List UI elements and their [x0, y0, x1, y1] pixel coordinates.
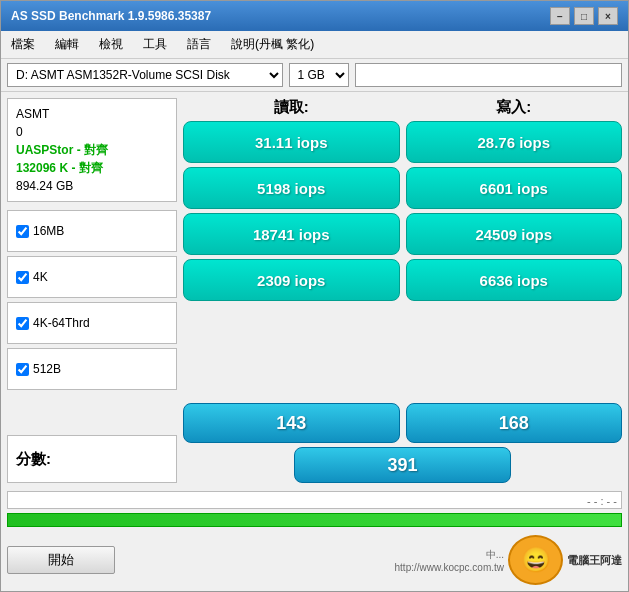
left-panel: ASMT 0 UASPStor - 對齊 132096 K - 對齊 894.2… [7, 98, 177, 483]
checkbox-4k[interactable] [16, 271, 29, 284]
progress-text: - - : - - [587, 492, 617, 510]
window-controls: − □ × [550, 7, 618, 25]
info-size: 132096 K - 對齊 [16, 159, 168, 177]
right-panel: 讀取: 寫入: 31.11 iops 28.76 iops 5198 iops … [183, 98, 622, 483]
total-score-row: 391 [183, 447, 622, 483]
start-button[interactable]: 開始 [7, 546, 115, 574]
read-cell-1: 5198 iops [183, 167, 400, 209]
close-button[interactable]: × [598, 7, 618, 25]
data-row-0: 31.11 iops 28.76 iops [183, 121, 622, 163]
checkbox-4k64thrd[interactable] [16, 317, 29, 330]
minimize-button[interactable]: − [550, 7, 570, 25]
write-header: 寫入: [406, 98, 623, 117]
watermark-logo: 😄 [508, 535, 563, 585]
write-cell-1: 6601 iops [406, 167, 623, 209]
data-row-2: 18741 iops 24509 iops [183, 213, 622, 255]
label-512b: 512B [33, 362, 61, 376]
progress-bar: - - : - - [7, 491, 622, 509]
data-row-3: 2309 iops 6636 iops [183, 259, 622, 301]
window-title: AS SSD Benchmark 1.9.5986.35387 [11, 9, 211, 23]
write-cell-0: 28.76 iops [406, 121, 623, 163]
menu-view[interactable]: 檢視 [95, 34, 127, 55]
read-score: 143 [183, 403, 400, 443]
menu-help[interactable]: 說明(丹楓 繁化) [227, 34, 318, 55]
footer: 開始 中... http://www.kocpc.com.tw 😄 電腦王阿達 [1, 529, 628, 591]
toolbar: D: ASMT ASM1352R-Volume SCSI Disk 1 GB [1, 59, 628, 92]
row-label-1: 4K [7, 256, 177, 298]
info-driver: UASPStor - 對齊 [16, 141, 168, 159]
watermark-site: http://www.kocpc.com.tw [395, 562, 504, 573]
info-capacity: 894.24 GB [16, 177, 168, 195]
total-score: 391 [294, 447, 511, 483]
maximize-button[interactable]: □ [574, 7, 594, 25]
column-headers: 讀取: 寫入: [183, 98, 622, 117]
score-section: 143 168 391 [183, 403, 622, 483]
row-label-2: 4K-64Thrd [7, 302, 177, 344]
read-header: 讀取: [183, 98, 400, 117]
read-cell-0: 31.11 iops [183, 121, 400, 163]
menu-file[interactable]: 檔案 [7, 34, 39, 55]
row-label-3: 512B [7, 348, 177, 390]
disk-select[interactable]: D: ASMT ASM1352R-Volume SCSI Disk [7, 63, 283, 87]
bench-labels: 16MB 4K 4K-64Thrd 512B [7, 210, 177, 431]
checkbox-512b[interactable] [16, 363, 29, 376]
label-4k: 4K [33, 270, 48, 284]
read-cell-3: 2309 iops [183, 259, 400, 301]
write-score: 168 [406, 403, 623, 443]
title-bar: AS SSD Benchmark 1.9.5986.35387 − □ × [1, 1, 628, 31]
results-grid: 31.11 iops 28.76 iops 5198 iops 6601 iop… [183, 121, 622, 395]
data-row-1: 5198 iops 6601 iops [183, 167, 622, 209]
score-label-box: 分數: [7, 435, 177, 483]
menu-tools[interactable]: 工具 [139, 34, 171, 55]
write-cell-2: 24509 iops [406, 213, 623, 255]
green-status-bar [7, 513, 622, 527]
watermark-info: 中... http://www.kocpc.com.tw [395, 548, 504, 573]
checkbox-16mb[interactable] [16, 225, 29, 238]
label-16mb: 16MB [33, 224, 64, 238]
score-row: 143 168 [183, 403, 622, 443]
watermark-name: 電腦王阿達 [567, 553, 622, 568]
info-box: ASMT 0 UASPStor - 對齊 132096 K - 對齊 894.2… [7, 98, 177, 202]
score-label: 分數: [16, 450, 51, 469]
info-model: ASMT [16, 105, 168, 123]
watermark: 中... http://www.kocpc.com.tw 😄 電腦王阿達 [395, 535, 622, 585]
progress-area: - - : - - [1, 489, 628, 511]
read-cell-2: 18741 iops [183, 213, 400, 255]
info-number: 0 [16, 123, 168, 141]
label-4k64thrd: 4K-64Thrd [33, 316, 90, 330]
watermark-sub: 中... [395, 548, 504, 562]
row-label-0: 16MB [7, 210, 177, 252]
main-window: AS SSD Benchmark 1.9.5986.35387 − □ × 檔案… [0, 0, 629, 592]
menu-edit[interactable]: 編輯 [51, 34, 83, 55]
menubar: 檔案 編輯 檢視 工具 語言 說明(丹楓 繁化) [1, 31, 628, 59]
green-bar-container [1, 511, 628, 529]
menu-language[interactable]: 語言 [183, 34, 215, 55]
size-select[interactable]: 1 GB [289, 63, 349, 87]
score-input-box [355, 63, 623, 87]
write-cell-3: 6636 iops [406, 259, 623, 301]
